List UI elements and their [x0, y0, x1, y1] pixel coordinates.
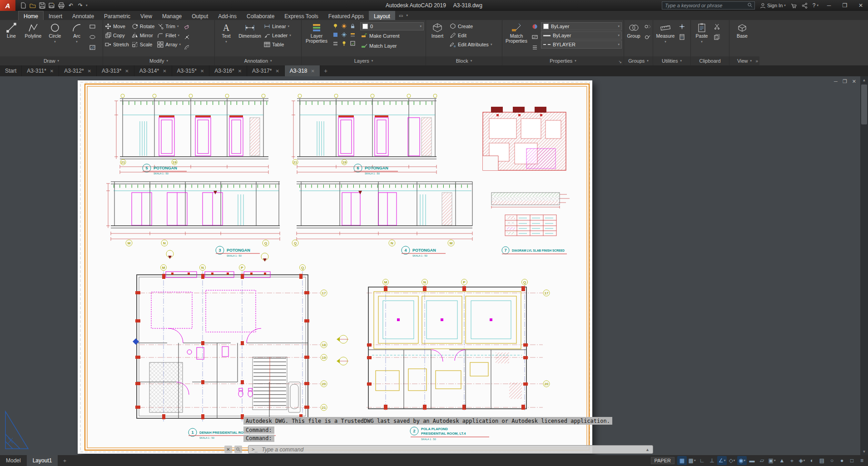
- circle-caret-icon[interactable]: ▾: [54, 39, 56, 44]
- leader-tool[interactable]: Leader▾: [263, 31, 292, 40]
- array-tool[interactable]: Array▾: [156, 40, 182, 49]
- erase-tool[interactable]: [184, 23, 190, 31]
- clean-screen-icon[interactable]: □: [847, 456, 857, 465]
- list-icon[interactable]: [532, 44, 538, 52]
- doc-minimize-icon[interactable]: ─: [834, 79, 838, 84]
- ribbon-tab-parametric[interactable]: Parametric: [99, 11, 135, 20]
- fillet-caret-icon[interactable]: ▾: [178, 34, 180, 37]
- paste-tool[interactable]: Paste▾: [692, 21, 712, 56]
- save-icon[interactable]: [38, 1, 46, 10]
- redo-icon[interactable]: ↷: [76, 1, 84, 10]
- doc-tab-start[interactable]: Start: [0, 65, 22, 76]
- doc-tab-close-icon[interactable]: ✕: [88, 69, 91, 74]
- match-properties-tool[interactable]: Match Properties: [503, 21, 530, 56]
- layer-select-dropdown[interactable]: 0▾: [360, 22, 424, 30]
- layer-color-icon[interactable]: [332, 31, 340, 39]
- measure-tool[interactable]: Measure▾: [654, 21, 677, 56]
- properties-launcher-icon[interactable]: ↘: [618, 59, 622, 64]
- quick-calc-tool[interactable]: [679, 34, 685, 42]
- doc-tab-a3-317[interactable]: A3-317*✕: [247, 65, 285, 76]
- annotation-visibility-icon[interactable]: ▲: [777, 456, 787, 465]
- doc-tab-close-icon[interactable]: ✕: [238, 69, 242, 74]
- layer-lock-icon[interactable]: [350, 23, 357, 30]
- qat-customize-icon[interactable]: ▾: [86, 4, 88, 7]
- panel-draw-label[interactable]: Draw▾: [0, 56, 103, 65]
- doc-tab-a3-316[interactable]: A3-316*✕: [209, 65, 247, 76]
- create-block-tool[interactable]: Create: [449, 22, 493, 31]
- ribbon-overflow-icon[interactable]: »: [755, 59, 758, 64]
- rotate-tool[interactable]: Rotate: [131, 22, 155, 31]
- scale-tool[interactable]: Scale: [131, 40, 155, 49]
- autocad-logo-icon[interactable]: A: [0, 0, 15, 11]
- scrollbar-thumb[interactable]: [861, 84, 867, 124]
- polyline-tool[interactable]: Polyline: [23, 21, 44, 56]
- group-tool[interactable]: Group: [625, 21, 642, 56]
- quick-properties-icon[interactable]: ▤: [817, 456, 827, 465]
- dimension-tool[interactable]: Dimension: [238, 21, 262, 56]
- fillet-tool[interactable]: Fillet▾: [156, 31, 182, 40]
- panel-view-label[interactable]: View▾»: [729, 56, 759, 65]
- ribbon-tab-home[interactable]: Home: [18, 11, 44, 20]
- cut-tool[interactable]: [714, 23, 720, 31]
- hatch-tool[interactable]: [89, 44, 95, 52]
- snap-icon[interactable]: ▩▾: [687, 456, 697, 465]
- doc-tab-close-icon[interactable]: ✕: [125, 69, 129, 74]
- group-edit-tool[interactable]: [645, 34, 650, 42]
- transparency-icon[interactable]: [532, 34, 538, 42]
- panel-groups-label[interactable]: Groups▾: [624, 56, 653, 65]
- doc-tab-a3-311[interactable]: A3-311*✕: [22, 65, 59, 76]
- doc-tab-a3-312[interactable]: A3-312*✕: [59, 65, 97, 76]
- leader-caret-icon[interactable]: ▾: [289, 34, 291, 37]
- vertical-scrollbar[interactable]: ▲ ▼: [860, 76, 868, 455]
- ribbon-tab-express-tools[interactable]: Express Tools: [279, 11, 323, 20]
- selection-cycling-icon[interactable]: ▣▾: [767, 456, 777, 465]
- lineweight-dropdown[interactable]: ByLayer▾: [541, 31, 622, 40]
- layer-isolate-icon[interactable]: [350, 31, 357, 39]
- ribbon-tab-view[interactable]: View: [135, 11, 157, 20]
- search-input[interactable]: [664, 2, 745, 9]
- scroll-up-icon[interactable]: ▲: [863, 76, 866, 84]
- linear-tool[interactable]: Linear▾: [263, 22, 292, 31]
- plot-icon[interactable]: [57, 1, 65, 10]
- sign-in-menu[interactable]: Sign In ▾: [760, 3, 786, 9]
- restore-button[interactable]: ❐: [839, 2, 850, 9]
- panel-layers-label[interactable]: Layers▾: [302, 56, 426, 65]
- edit-attributes-caret-icon[interactable]: ▾: [491, 43, 492, 46]
- ribbon-tab-featured-apps[interactable]: Featured Apps: [323, 11, 369, 20]
- ribbon-tab-annotate[interactable]: Annotate: [67, 11, 99, 20]
- doc-tab-a3-318[interactable]: A3-318✕: [285, 65, 320, 76]
- rectangle-tool[interactable]: [89, 23, 95, 31]
- trim-tool[interactable]: Trim▾: [156, 22, 182, 31]
- paste-caret-icon[interactable]: ▾: [701, 39, 703, 44]
- paper-space-toggle[interactable]: PAPER: [651, 457, 675, 464]
- help-menu[interactable]: ?▾: [813, 2, 818, 9]
- line-tool[interactable]: Line: [1, 21, 22, 56]
- ribbon-cycle-caret-icon[interactable]: ▾: [406, 14, 408, 17]
- edit-block-tool[interactable]: Edit: [449, 31, 493, 40]
- circle-tool[interactable]: Circle▾: [45, 21, 65, 56]
- object-color-dropdown[interactable]: ByLayer▾: [541, 22, 622, 30]
- close-button[interactable]: ✕: [855, 2, 866, 9]
- infer-constraints-icon[interactable]: ∟: [697, 456, 707, 465]
- measure-caret-icon[interactable]: ▾: [665, 39, 666, 44]
- copy-clip-tool[interactable]: [714, 34, 720, 42]
- ellipse-tool[interactable]: [89, 34, 95, 42]
- transparency-icon[interactable]: ▱: [757, 456, 767, 465]
- doc-tab-close-icon[interactable]: ✕: [275, 69, 279, 74]
- new-icon[interactable]: [19, 1, 27, 10]
- polar-tracking-icon[interactable]: ∠▾: [717, 456, 727, 465]
- new-layout-button[interactable]: ＋: [58, 457, 71, 465]
- command-expand-icon[interactable]: ▲: [645, 447, 650, 452]
- panel-modify-label[interactable]: Modify▾: [103, 56, 214, 65]
- doc-tab-a3-313[interactable]: A3-313*✕: [97, 65, 134, 76]
- panel-annotation-label[interactable]: Annotation▾: [215, 56, 301, 65]
- mirror-tool[interactable]: Mirror: [131, 31, 155, 40]
- isodraft-icon[interactable]: ◇▾: [727, 456, 737, 465]
- grid-icon[interactable]: ▦: [677, 456, 687, 465]
- offset-tool[interactable]: [184, 44, 190, 52]
- text-caret-icon[interactable]: ▾: [225, 39, 227, 44]
- ribbon-tab-collaborate[interactable]: Collaborate: [242, 11, 279, 20]
- customization-icon[interactable]: ≡: [857, 456, 867, 465]
- lineweight-icon[interactable]: ▬: [747, 456, 757, 465]
- new-drawing-tab-button[interactable]: ＋: [320, 65, 331, 76]
